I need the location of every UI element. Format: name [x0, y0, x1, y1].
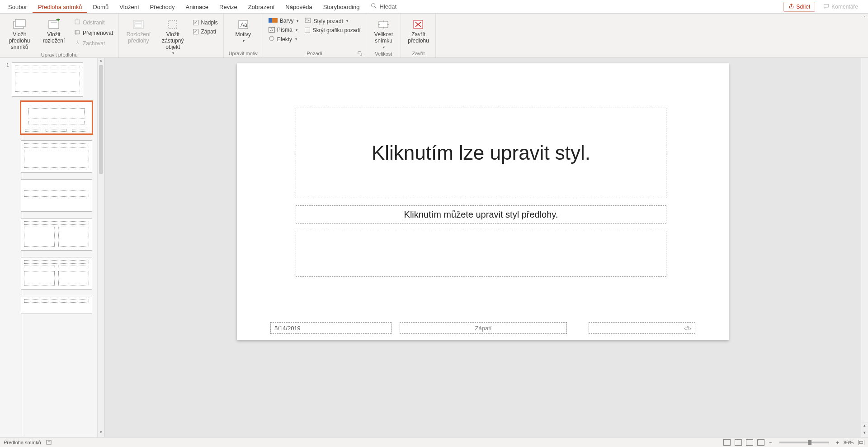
effects-dropdown[interactable]: Efekty▾ [267, 35, 301, 43]
insert-layout-button[interactable]: ✚ Vložit rozložení [38, 16, 70, 45]
master-index: 1 [4, 62, 9, 68]
view-sorter-icon[interactable] [735, 439, 742, 446]
thumbs-scrollbar[interactable]: ▴ ▾ [97, 58, 104, 437]
chevron-down-icon: ▾ [243, 39, 245, 43]
scroll-down-icon[interactable]: ▾ [98, 430, 104, 437]
thumb-master[interactable] [12, 62, 83, 97]
placeholder-subtitle[interactable]: Kliknutím můžete upravit styl předlohy. [296, 205, 666, 224]
chevron-down-icon: ▾ [172, 51, 174, 55]
tab-home[interactable]: Domů [87, 1, 114, 13]
prev-slide-icon[interactable]: ▴ [861, 423, 868, 430]
title-chk-label: Nadpis [201, 19, 217, 26]
svg-point-17 [269, 36, 274, 41]
slide-master-icon [12, 18, 27, 31]
placeholder-title[interactable]: Kliknutím lze upravit styl. [296, 108, 666, 198]
hide-bg-checkbox[interactable]: Skrýt grafiku pozadí [303, 27, 362, 34]
chevron-up-icon: ˄ [863, 15, 866, 20]
bg-styles-dropdown[interactable]: Styly pozadí▾ [303, 17, 362, 25]
thumb-layout-3[interactable] [21, 179, 92, 212]
status-mode: Předloha snímků [4, 440, 41, 445]
thumb-layout-2[interactable] [21, 140, 92, 173]
chevron-down-icon: ▾ [383, 45, 385, 49]
ribbon-group-label-background: Pozadí [267, 50, 363, 57]
zoom-in-button[interactable]: + [836, 440, 839, 445]
zoom-value[interactable]: 86% [844, 440, 854, 445]
placeholder-footer[interactable]: Zápatí [400, 322, 567, 334]
comments-button[interactable]: Komentáře [820, 2, 862, 11]
insert-placeholder-button[interactable]: Vložit zástupný objekt ▾ [157, 16, 189, 57]
effects-icon [269, 36, 275, 43]
slide-canvas[interactable]: Kliknutím lze upravit styl. Kliknutím mů… [237, 63, 729, 340]
slide-edit-area[interactable]: Kliknutím lze upravit styl. Kliknutím mů… [105, 58, 861, 437]
checkbox-checked-icon: ✓ [193, 20, 198, 25]
tab-slide-master[interactable]: Předloha snímků [33, 1, 88, 13]
tab-storyboarding[interactable]: Storyboarding [318, 1, 365, 13]
title-text: Kliknutím lze upravit styl. [372, 142, 590, 164]
tab-insert[interactable]: Vložení [114, 1, 144, 13]
chevron-down-icon: ▾ [295, 37, 297, 41]
thumbnails-panel: 1 [0, 58, 105, 437]
placeholder-body[interactable] [296, 231, 666, 277]
zoom-out-button[interactable]: − [769, 440, 772, 445]
tab-view[interactable]: Zobrazení [243, 1, 280, 13]
slide-size-button[interactable]: Velikost snímku ▾ [370, 16, 397, 50]
tab-transitions[interactable]: Přechody [145, 1, 180, 13]
view-normal-icon[interactable] [723, 439, 731, 446]
placeholder-slide-number[interactable]: ‹#› [589, 322, 695, 334]
footer-text: Zápatí [475, 325, 492, 332]
tab-help[interactable]: Nápověda [280, 1, 317, 13]
themes-label: Motivy [235, 32, 251, 38]
workspace: 1 [0, 58, 868, 437]
fit-to-window-icon[interactable] [858, 440, 864, 445]
thumb-layout-1[interactable] [21, 101, 92, 134]
ribbon-collapse-button[interactable]: ˄ [861, 14, 868, 57]
svg-point-0 [371, 4, 375, 7]
next-slide-icon[interactable]: ▾ [861, 430, 868, 437]
scrollbar-thumb[interactable] [99, 65, 103, 174]
view-slideshow-icon[interactable] [757, 439, 764, 446]
title-checkbox[interactable]: ✓ Nadpis [191, 19, 219, 26]
thumb-layout-5[interactable] [21, 257, 92, 290]
tab-file[interactable]: Soubor [3, 1, 33, 13]
themes-button[interactable]: Aa Motivy ▾ [227, 16, 259, 44]
thumbnails-scroll[interactable]: 1 [0, 58, 97, 437]
colors-icon [269, 18, 278, 24]
checkbox-unchecked-icon [305, 28, 310, 33]
master-layout-button[interactable]: Rozložení předlohy [123, 16, 154, 45]
chevron-down-icon: ▾ [346, 19, 348, 23]
master-layout-icon [131, 18, 146, 31]
placeholder-date[interactable]: 5/14/2019 [270, 322, 392, 334]
footers-chk-label: Zápatí [201, 29, 216, 35]
view-reading-icon[interactable] [746, 439, 753, 446]
ribbon-group-edit-master: Vložit předlohu snímků ✚ Vložit rozložen… [0, 14, 119, 57]
rename-button[interactable]: Přejmenovat [72, 29, 115, 37]
tab-animations[interactable]: Animace [180, 1, 214, 13]
view-buttons [723, 439, 764, 446]
colors-label: Barvy [280, 18, 294, 24]
svg-rect-19 [379, 21, 388, 28]
insert-slide-master-button[interactable]: Vložit předlohu snímků [4, 16, 35, 51]
fonts-dropdown[interactable]: A Písma▾ [267, 26, 301, 33]
menu-tabs-bar: Soubor Předloha snímků Domů Vložení Přec… [0, 0, 868, 14]
thumb-layout-6[interactable] [21, 296, 92, 314]
zoom-slider[interactable] [779, 442, 829, 443]
accessibility-icon[interactable] [46, 439, 52, 446]
tab-review[interactable]: Revize [214, 1, 243, 13]
footers-checkbox[interactable]: ✓ Zápatí [191, 28, 219, 35]
rename-label: Přejmenovat [83, 30, 113, 36]
svg-rect-3 [15, 19, 25, 27]
thumb-layout-4[interactable] [21, 218, 92, 251]
scroll-up-icon[interactable]: ▴ [98, 58, 104, 65]
insert-placeholder-label: Vložit zástupný objekt [158, 32, 188, 50]
svg-rect-7 [75, 20, 80, 24]
share-button[interactable]: Sdílet [783, 2, 816, 12]
edit-scrollbar[interactable]: ▴ ▾ [861, 58, 868, 437]
dialog-launcher-icon[interactable] [358, 51, 362, 57]
close-master-button[interactable]: Zavřít předlohu [405, 16, 432, 45]
slide-number-text: ‹#› [684, 325, 691, 332]
preserve-button[interactable]: Zachovat [72, 39, 115, 48]
tell-me-search[interactable]: Hledat [365, 3, 402, 10]
slide-size-label: Velikost snímku [371, 32, 396, 44]
delete-button[interactable]: Odstranit [72, 18, 115, 27]
colors-dropdown[interactable]: Barvy▾ [267, 17, 301, 24]
